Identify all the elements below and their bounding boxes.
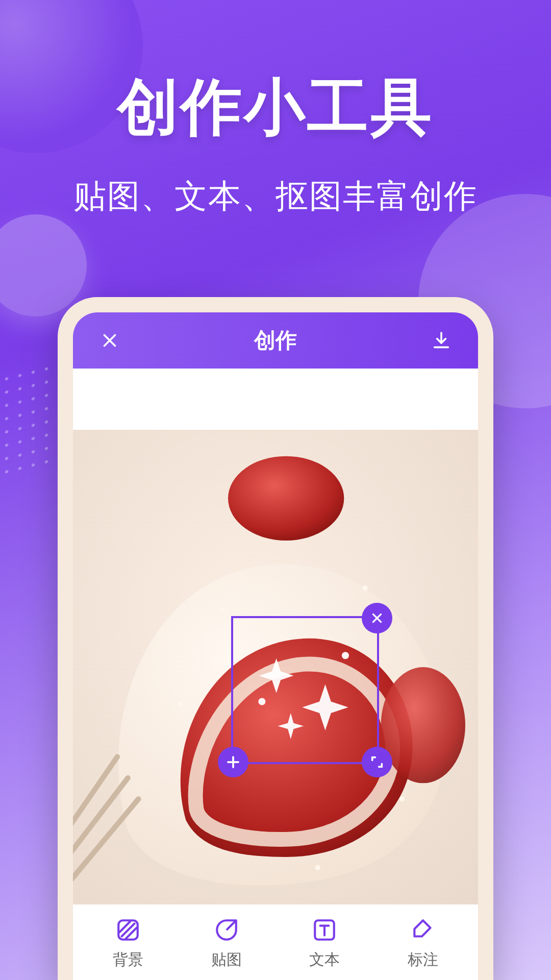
download-button[interactable]	[427, 326, 456, 355]
hero: 创作小工具 贴图、文本、抠图丰富创作	[0, 0, 551, 218]
tool-annotate[interactable]: 标注	[408, 916, 438, 970]
svg-point-9	[315, 865, 320, 870]
svg-point-4	[381, 667, 465, 783]
download-icon	[431, 330, 452, 351]
canvas-blank	[73, 369, 478, 430]
editor-canvas[interactable]	[73, 430, 478, 904]
text-icon	[312, 917, 337, 943]
tool-label: 背景	[113, 949, 143, 970]
sparkle-overlay	[233, 618, 377, 762]
phone-screen: 创作	[73, 312, 478, 980]
resize-icon	[370, 755, 384, 769]
svg-line-17	[122, 923, 135, 936]
tool-label: 标注	[408, 949, 438, 970]
svg-point-7	[399, 796, 405, 801]
svg-point-10	[342, 652, 349, 659]
tool-sticker[interactable]: 贴图	[211, 916, 242, 970]
close-icon	[370, 611, 384, 625]
svg-point-8	[178, 701, 183, 706]
phone-mockup: 创作	[58, 297, 493, 980]
page-subtitle: 贴图、文本、抠图丰富创作	[0, 174, 551, 218]
tool-text[interactable]: 文本	[309, 916, 340, 970]
annotate-icon	[410, 917, 436, 943]
close-icon	[101, 331, 119, 350]
sticker-selection[interactable]	[231, 616, 379, 764]
svg-point-3	[228, 456, 344, 541]
sticker-icon	[214, 917, 239, 943]
sticker-delete-handle[interactable]	[362, 603, 392, 633]
app-header: 创作	[73, 312, 478, 369]
background-icon	[115, 917, 141, 943]
page-title: 创作小工具	[0, 66, 551, 150]
tool-label: 贴图	[211, 949, 242, 970]
sticker-resize-handle[interactable]	[362, 747, 392, 777]
sticker-add-handle[interactable]	[218, 747, 248, 777]
svg-point-5	[220, 606, 226, 611]
tool-bar: 背景 贴图 文本	[73, 904, 478, 980]
plus-icon	[226, 754, 241, 770]
svg-point-11	[258, 698, 265, 705]
tool-label: 文本	[309, 949, 340, 970]
close-button[interactable]	[95, 326, 124, 355]
tool-background[interactable]: 背景	[113, 916, 143, 970]
app-header-title: 创作	[254, 326, 297, 355]
canvas-area	[73, 369, 478, 904]
svg-point-6	[363, 585, 368, 591]
